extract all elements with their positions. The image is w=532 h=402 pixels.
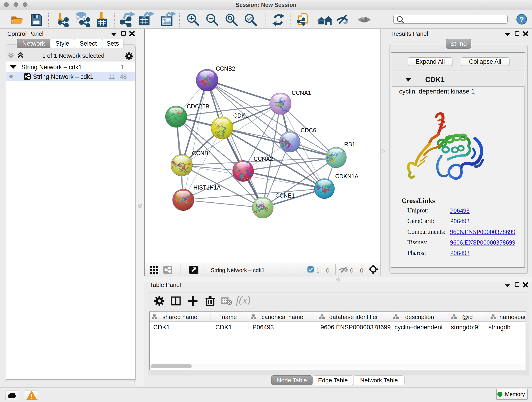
svg-text:CCNB1: CCNB1 [192,150,211,156]
svg-text:CCNB2: CCNB2 [216,65,235,72]
svg-text:CDC6: CDC6 [301,127,316,133]
svg-text:CCNA1: CCNA1 [292,89,311,96]
svg-text:CDC25B: CDC25B [187,103,209,109]
svg-text:CDK1: CDK1 [233,112,249,119]
svg-text:RB1: RB1 [344,141,355,147]
svg-text:HIST1H1A: HIST1H1A [193,184,221,191]
svg-text:CDKN1A: CDKN1A [335,173,359,179]
svg-text:CCNA2: CCNA2 [254,156,273,162]
svg-text:CCNE1: CCNE1 [275,192,295,199]
